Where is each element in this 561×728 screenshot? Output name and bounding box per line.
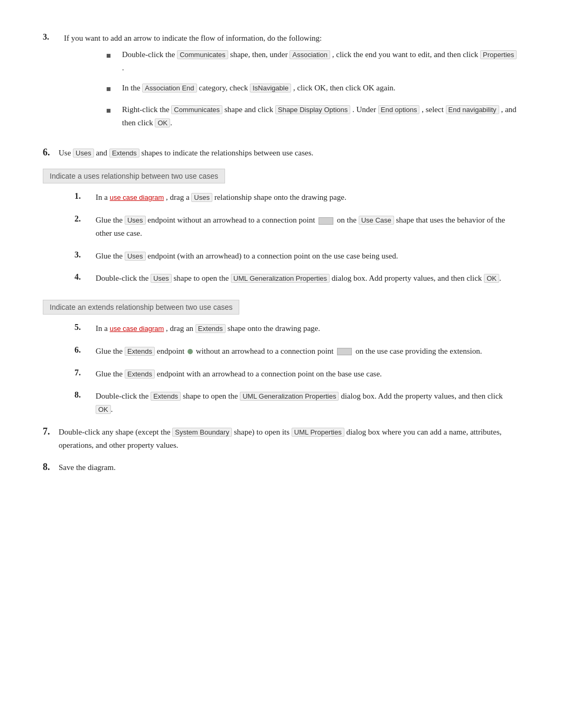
endpoint-dot (188, 349, 193, 354)
step-6: 6. Use Uses and Extends shapes to indica… (43, 146, 518, 160)
ok-tag-3: OK (96, 405, 111, 414)
association-end-tag: Association End (142, 84, 197, 93)
uses-step-3-body: Glue the Uses endpoint (with an arrowhea… (96, 250, 518, 263)
extends-step-6-body: Glue the Extends endpoint without an arr… (96, 345, 518, 358)
step-6-body: Use Uses and Extends shapes to indicate … (59, 146, 518, 160)
communicates-tag-2: Communicates (171, 105, 222, 114)
uses-step-1-num: 1. (74, 191, 96, 201)
uses-section: Indicate a uses relationship between two… (43, 163, 518, 285)
uses-header: Indicate a uses relationship between two… (43, 169, 225, 183)
isnavigable-tag: IsNavigable (250, 84, 291, 93)
uses-step-2-num: 2. (74, 214, 96, 224)
uses-tag-2: Uses (125, 216, 146, 225)
step-8-number: 8. (43, 461, 59, 473)
step-8: 8. Save the diagram. (43, 461, 518, 474)
extends-step-8: 8. Double-click the Extends shape to ope… (74, 390, 518, 416)
bullet-icon-3: ■ (106, 103, 122, 117)
step-3-bullet-1-body: Double-click the Communicates shape, the… (122, 48, 518, 75)
step-3-bullet-3: ■ Right-click the Communicates shape and… (106, 103, 518, 130)
extends-step-6: 6. Glue the Extends endpoint without an … (74, 345, 518, 358)
uses-tag-intro: Uses (73, 149, 94, 158)
extends-step-6-num: 6. (74, 345, 96, 355)
extends-tag-intro: Extends (109, 149, 139, 158)
uses-tag-1: Uses (191, 193, 212, 202)
extends-tag-3: Extends (125, 370, 155, 379)
step-3-number: 3. (43, 32, 64, 42)
step-6-number: 6. (43, 146, 59, 158)
content-area: 3. If you want to add an arrow to indica… (43, 32, 518, 474)
association-tag: Association (289, 50, 330, 59)
extends-tag-4: Extends (151, 392, 181, 401)
uses-step-2: 2. Glue the Uses endpoint without an arr… (74, 214, 518, 240)
extends-section: Indicate an extends relationship between… (43, 294, 518, 416)
extends-step-8-body: Double-click the Extends shape to open t… (96, 390, 518, 416)
use-case-diagram-link-1[interactable]: use case diagram (110, 193, 164, 201)
end-navigability-tag: End navigability (446, 105, 499, 114)
uses-step-2-body: Glue the Uses endpoint without an arrowh… (96, 214, 518, 240)
ok-tag-2: OK (484, 274, 499, 283)
step-3-subitems: ■ Double-click the Communicates shape, t… (106, 48, 518, 130)
uses-step-4-num: 4. (74, 272, 96, 282)
step-3-bullet-1: ■ Double-click the Communicates shape, t… (106, 48, 518, 75)
connection-point-box-2 (337, 348, 352, 355)
extends-step-7-num: 7. (74, 367, 96, 377)
extends-step-5-num: 5. (74, 322, 96, 332)
uses-step-1-body: In a use case diagram , drag a Uses rela… (96, 191, 518, 204)
uses-step-3: 3. Glue the Uses endpoint (with an arrow… (74, 250, 518, 263)
step-3-bullet-2: ■ In the Association End category, check… (106, 81, 518, 96)
uml-properties-tag: UML Properties (292, 428, 344, 437)
step-3-bullet-3-body: Right-click the Communicates shape and c… (122, 103, 518, 130)
step-3-bullet-2-body: In the Association End category, check I… (122, 81, 518, 95)
extends-step-5-body: In a use case diagram , drag an Extends … (96, 322, 518, 335)
uml-gen-props-tag-1: UML Generalization Properties (231, 274, 330, 283)
connection-point-box-1 (319, 217, 333, 225)
communicates-tag-1: Communicates (177, 50, 228, 59)
shape-display-options-tag: Shape Display Options (275, 105, 350, 114)
step-3: 3. If you want to add an arrow to indica… (43, 32, 518, 137)
bullet-icon-2: ■ (106, 81, 122, 96)
uml-gen-props-tag-2: UML Generalization Properties (240, 392, 339, 401)
uses-step-1: 1. In a use case diagram , drag a Uses r… (74, 191, 518, 204)
step-7-body: Double-click any shape (except the Syste… (59, 426, 518, 452)
uses-step-4-body: Double-click the Uses shape to open the … (96, 272, 518, 285)
uses-tag-3: Uses (125, 252, 146, 261)
end-options-tag: End options (378, 105, 420, 114)
extends-step-8-num: 8. (74, 390, 96, 400)
extends-step-7: 7. Glue the Extends endpoint with an arr… (74, 367, 518, 381)
uses-steps: 1. In a use case diagram , drag a Uses r… (74, 191, 518, 285)
ok-tag-1: OK (155, 118, 170, 127)
use-case-tag: Use Case (359, 216, 394, 225)
step-3-body: If you want to add an arrow to indicate … (64, 32, 518, 137)
step-8-body: Save the diagram. (59, 461, 518, 474)
properties-tag: Properties (480, 50, 517, 59)
uses-step-3-num: 3. (74, 250, 96, 260)
bullet-icon-1: ■ (106, 48, 122, 62)
extends-tag-2: Extends (125, 347, 155, 356)
use-case-diagram-link-2[interactable]: use case diagram (110, 325, 164, 333)
uses-tag-4: Uses (151, 274, 172, 283)
step-3-intro: If you want to add an arrow to indicate … (64, 34, 322, 42)
step-7: 7. Double-click any shape (except the Sy… (43, 426, 518, 452)
extends-step-5: 5. In a use case diagram , drag an Exten… (74, 322, 518, 335)
extends-header: Indicate an extends relationship between… (43, 300, 239, 315)
extends-tag-1: Extends (195, 324, 226, 333)
extends-step-7-body: Glue the Extends endpoint with an arrowh… (96, 367, 518, 381)
uses-step-4: 4. Double-click the Uses shape to open t… (74, 272, 518, 285)
step-7-number: 7. (43, 426, 59, 437)
extends-steps: 5. In a use case diagram , drag an Exten… (74, 322, 518, 416)
system-boundary-tag: System Boundary (172, 428, 232, 437)
